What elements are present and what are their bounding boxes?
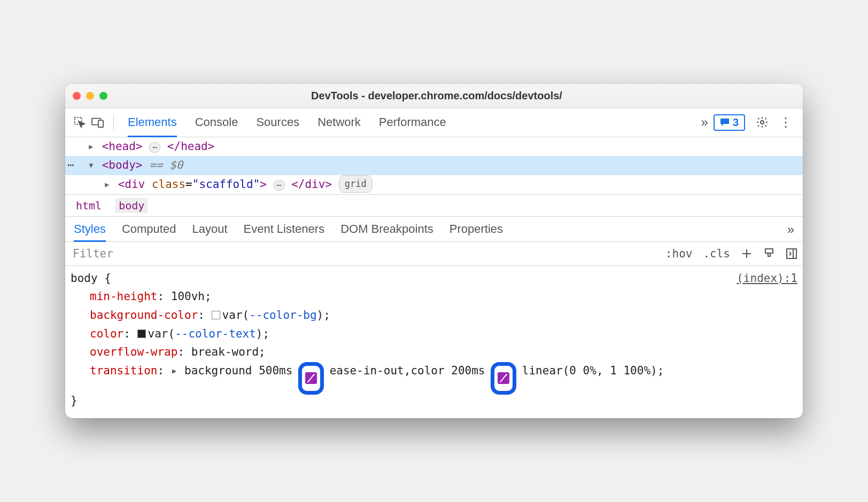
tab-sources[interactable]: Sources <box>256 111 299 134</box>
tab-network[interactable]: Network <box>317 111 361 134</box>
svg-rect-5 <box>787 249 796 258</box>
dom-node-head[interactable]: ▸ <head> ⋯ </head> <box>65 137 803 156</box>
highlight-ring <box>491 362 516 395</box>
decl-background-color[interactable]: background-color: var(--color-bg); <box>71 306 797 325</box>
minimize-window-button[interactable] <box>86 92 94 100</box>
main-toolbar: Elements Console Sources Network Perform… <box>65 108 803 137</box>
hov-button[interactable]: :hov <box>660 244 698 263</box>
issues-count: 3 <box>733 116 739 129</box>
more-menu-icon[interactable]: ⋮ <box>777 114 794 131</box>
crumb-html[interactable]: html <box>73 198 105 213</box>
sidebar-tabs: Styles Computed Layout Event Listeners D… <box>65 217 803 242</box>
styles-pane: body { (index):1 min-height: 100vh; back… <box>65 266 803 418</box>
device-toggle-icon[interactable] <box>89 113 107 131</box>
computed-toggle-icon[interactable] <box>780 245 803 263</box>
settings-icon[interactable] <box>754 114 771 131</box>
issues-badge[interactable]: 3 <box>714 114 745 131</box>
tab-elements[interactable]: Elements <box>128 111 177 134</box>
dom-node-div[interactable]: ▸ <div class="scaffold"> ⋯ </div> grid <box>65 175 803 194</box>
subtab-layout[interactable]: Layout <box>192 222 227 241</box>
tab-performance[interactable]: Performance <box>379 111 446 134</box>
dom-breadcrumb: html body <box>65 194 803 217</box>
svg-rect-4 <box>765 249 773 253</box>
subtab-computed[interactable]: Computed <box>122 222 176 241</box>
subtab-styles[interactable]: Styles <box>74 222 106 241</box>
styles-filter-bar: :hov .cls <box>65 242 803 266</box>
easing-editor-icon[interactable] <box>498 372 509 384</box>
decl-min-height[interactable]: min-height: 100vh; <box>71 287 797 306</box>
chat-icon <box>720 118 730 127</box>
cls-button[interactable]: .cls <box>698 244 735 263</box>
close-window-button[interactable] <box>73 92 81 100</box>
tab-console[interactable]: Console <box>195 111 238 134</box>
decl-overflow-wrap[interactable]: overflow-wrap: break-word; <box>71 343 797 362</box>
devtools-window: DevTools - developer.chrome.com/docs/dev… <box>65 84 803 419</box>
grid-badge[interactable]: grid <box>339 175 373 193</box>
easing-editor-icon[interactable] <box>305 372 317 384</box>
ellipsis-icon[interactable]: ⋯ <box>149 142 160 153</box>
subtab-event-listeners[interactable]: Event Listeners <box>244 222 325 241</box>
svg-rect-2 <box>98 121 103 128</box>
ellipsis-icon[interactable]: ⋯ <box>274 180 285 191</box>
panel-tabs: Elements Console Sources Network Perform… <box>120 111 696 134</box>
filter-input[interactable] <box>65 242 660 265</box>
svg-point-3 <box>761 121 764 124</box>
zoom-window-button[interactable] <box>99 92 107 100</box>
color-swatch-icon[interactable] <box>212 311 220 319</box>
more-tabs-icon[interactable]: » <box>701 115 708 130</box>
decl-transition[interactable]: transition: ▸ background 500ms ease-in-o… <box>71 362 797 391</box>
rule-selector[interactable]: body <box>71 272 98 285</box>
subtab-properties[interactable]: Properties <box>449 222 503 241</box>
inspect-element-icon[interactable] <box>71 113 89 131</box>
subtab-dom-breakpoints[interactable]: DOM Breakpoints <box>340 222 433 241</box>
dom-node-body[interactable]: ▾ <body> == $0 <box>65 156 803 175</box>
crumb-body[interactable]: body <box>115 198 148 213</box>
window-title: DevTools - developer.chrome.com/docs/dev… <box>107 90 766 102</box>
decl-color[interactable]: color: var(--color-text); <box>71 325 797 343</box>
more-subtabs-icon[interactable]: » <box>787 222 794 241</box>
rule-source-link[interactable]: (index):1 <box>737 269 797 288</box>
expand-shorthand-icon[interactable]: ▸ <box>171 364 178 377</box>
new-style-rule-icon[interactable] <box>735 245 758 263</box>
color-swatch-icon[interactable] <box>137 330 146 338</box>
titlebar: DevTools - developer.chrome.com/docs/dev… <box>65 84 803 108</box>
window-controls <box>73 92 107 100</box>
brush-icon[interactable] <box>758 245 780 263</box>
dom-tree[interactable]: ▸ <head> ⋯ </head> ▾ <body> == $0 ▸ <div… <box>65 137 803 194</box>
highlight-ring <box>298 362 324 395</box>
